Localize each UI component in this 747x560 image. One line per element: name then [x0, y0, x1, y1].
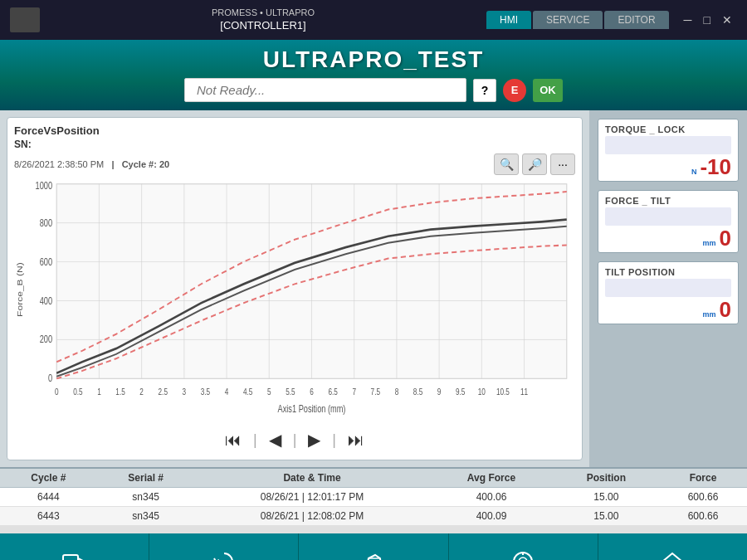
metric-torque-label: TORQUE _ LOCK [605, 124, 731, 134]
estop-button[interactable]: E [503, 79, 526, 102]
help-button[interactable]: ? [473, 79, 496, 102]
chart-title: ForceVsPosition [14, 124, 575, 137]
svg-text:2: 2 [139, 387, 144, 397]
tab-hmi[interactable]: HMI [486, 11, 531, 29]
col-force: Force [659, 469, 747, 488]
menu-button[interactable] [10, 7, 40, 32]
svg-text:4: 4 [225, 387, 229, 397]
svg-text:7: 7 [352, 387, 356, 397]
table-header: Cycle # Serial # Date & Time Avg Force P… [0, 469, 747, 488]
playback-controls: ⏮ | ◀ | ▶ | ⏭ [14, 423, 575, 453]
cell-datetime-1: 08/26/21 | 12:01:17 PM [195, 488, 430, 507]
cell-cycle-1: 6444 [0, 488, 97, 507]
status-input[interactable] [184, 78, 466, 102]
title-bar: PROMESS • ULTRAPRO [CONTROLLER1] HMI SER… [0, 0, 747, 40]
metric-tilt-value: 0 [720, 299, 731, 320]
chart-panel: ForceVsPosition SN: 8/26/2021 2:38:50 PM… [0, 110, 589, 467]
chart-tools: 🔍 🔎 ··· [494, 153, 575, 175]
svg-text:0: 0 [55, 387, 59, 397]
right-panel: TORQUE _ LOCK N -10 FORCE _ TILT mm 0 TI… [589, 110, 747, 467]
metric-force-value: 0 [720, 227, 731, 249]
chart-container: ForceVsPosition SN: 8/26/2021 2:38:50 PM… [7, 117, 583, 460]
col-serial: Serial # [97, 469, 195, 488]
metric-torque-value: -10 [700, 156, 731, 178]
brand-text: PROMESS • ULTRAPRO [212, 7, 315, 18]
home-button[interactable]: HOME [598, 533, 747, 560]
page-title: ULTRAPRO_TEST [0, 46, 747, 73]
svg-text:5.5: 5.5 [286, 387, 295, 397]
cell-avgforce-2: 400.09 [429, 507, 553, 526]
zoom-out-button[interactable]: 🔎 [522, 153, 547, 175]
cell-datetime-2: 08/26/21 | 12:08:02 PM [195, 507, 430, 526]
svg-text:3.5: 3.5 [201, 387, 210, 397]
cell-force-2: 600.66 [659, 507, 747, 526]
svg-text:1: 1 [97, 387, 101, 397]
more-options-button[interactable]: ··· [550, 153, 575, 175]
svg-rect-51 [63, 555, 78, 561]
bottom-toolbar: STEP CYCLE START JOG [0, 533, 747, 560]
cell-cycle-2: 6443 [0, 507, 97, 526]
svg-text:600: 600 [40, 256, 52, 266]
last-button[interactable]: ⏭ [343, 429, 369, 451]
close-button[interactable]: ✕ [717, 12, 737, 28]
col-datetime: Date & Time [195, 469, 430, 488]
table-row[interactable]: 6443 sn345 08/26/21 | 12:08:02 PM 400.09… [0, 507, 747, 526]
step-button[interactable]: STEP [0, 533, 149, 560]
play-button[interactable]: ▶ [303, 428, 325, 451]
chart-header-row: 8/26/2021 2:38:50 PM | Cycle #: 20 🔍 🔎 ·… [14, 153, 575, 175]
metric-torque-lock: TORQUE _ LOCK N -10 [598, 119, 739, 182]
svg-text:0.5: 0.5 [73, 387, 82, 397]
svg-text:3: 3 [183, 387, 187, 397]
zoom-in-button[interactable]: 🔍 [494, 153, 519, 175]
jog-button[interactable]: JOG [299, 533, 448, 560]
chart-svg: 0 200 400 600 800 1000 Force_B (N) 0 0.5… [14, 178, 575, 423]
metric-tilt-bg [605, 279, 731, 297]
svg-text:1.5: 1.5 [115, 387, 124, 397]
app-title: PROMESS • ULTRAPRO [CONTROLLER1] [212, 7, 315, 32]
metric-torque-bg [605, 136, 731, 154]
svg-text:9: 9 [437, 387, 442, 397]
tab-editor[interactable]: EDITOR [604, 11, 668, 29]
header: ULTRAPRO_TEST ? E OK [0, 40, 747, 110]
metric-force-label: FORCE _ TILT [605, 196, 731, 206]
col-cycle: Cycle # [0, 469, 97, 488]
table-row[interactable]: 6444 sn345 08/26/21 | 12:01:17 PM 400.06… [0, 488, 747, 507]
svg-text:0: 0 [48, 373, 52, 383]
tab-service[interactable]: SERVICE [533, 11, 603, 29]
data-table-section: Cycle # Serial # Date & Time Avg Force P… [0, 467, 747, 533]
cell-position-1: 15.00 [554, 488, 659, 507]
metric-tilt-position: TILT POSITION mm 0 [598, 261, 739, 324]
svg-text:Force_B (N): Force_B (N) [16, 262, 24, 317]
metric-tilt-unit: mm [703, 310, 716, 319]
ok-button[interactable]: OK [533, 79, 563, 102]
svg-text:7.5: 7.5 [371, 387, 380, 397]
svg-text:8: 8 [395, 387, 399, 397]
soft-stop-button[interactable]: SOFT STOP [449, 533, 598, 560]
first-button[interactable]: ⏮ [220, 429, 247, 451]
svg-text:200: 200 [40, 334, 52, 344]
chart-sn: SN: [14, 139, 575, 150]
metric-torque-value-row: N -10 [605, 156, 731, 178]
chart-area: 0 200 400 600 800 1000 Force_B (N) 0 0.5… [14, 178, 575, 423]
metric-force-unit: mm [703, 239, 716, 247]
svg-text:8.5: 8.5 [413, 387, 422, 397]
home-icon [659, 550, 686, 561]
svg-text:10: 10 [478, 387, 486, 397]
prev-button[interactable]: ◀ [264, 428, 286, 451]
svg-text:2.5: 2.5 [159, 387, 168, 397]
svg-text:10.5: 10.5 [496, 387, 510, 397]
col-position: Position [554, 469, 659, 488]
metric-force-value-row: mm 0 [605, 227, 731, 249]
svg-text:800: 800 [40, 217, 52, 227]
chart-date: 8/26/2021 2:38:50 PM | Cycle #: 20 [14, 159, 169, 169]
metric-tilt-label: TILT POSITION [605, 267, 731, 277]
cell-serial-2: sn345 [97, 507, 195, 526]
nav-tabs: HMI SERVICE EDITOR [486, 11, 669, 29]
cycle-start-button[interactable]: CYCLE START [149, 533, 299, 560]
cell-serial-1: sn345 [97, 488, 195, 507]
minimize-button[interactable]: ─ [679, 12, 697, 28]
maximize-button[interactable]: □ [699, 12, 715, 28]
svg-point-56 [519, 558, 527, 561]
svg-text:5: 5 [267, 387, 271, 397]
status-bar: ? E OK [0, 78, 747, 102]
